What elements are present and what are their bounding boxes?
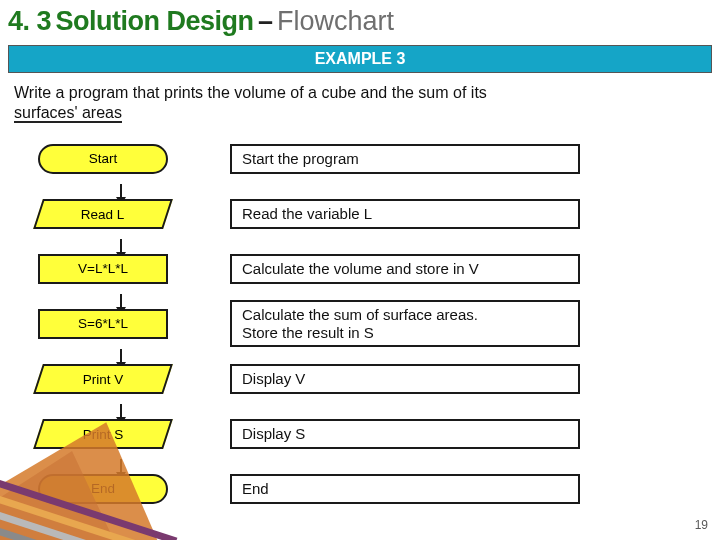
desc-box: Calculate the volume and store in V: [230, 254, 580, 284]
desc-text: Calculate the sum of surface areas.Store…: [242, 306, 568, 341]
page-number: 19: [695, 518, 708, 532]
flow-shape-col: Read L: [18, 199, 188, 229]
slide: 4. 3 Solution Design – Flowchart EXAMPLE…: [0, 0, 720, 540]
example-banner: EXAMPLE 3: [8, 45, 712, 73]
desc-col: Calculate the sum of surface areas.Store…: [230, 300, 580, 347]
desc-text: Read the variable L: [242, 205, 568, 222]
desc-col: Calculate the volume and store in V: [230, 254, 580, 284]
desc-box: Start the program: [230, 144, 580, 174]
step-row: Print V Display V: [18, 351, 720, 406]
prompt-line-2: surfaces' areas: [14, 104, 122, 123]
desc-col: Start the program: [230, 144, 580, 174]
flow-io: Print V: [33, 364, 173, 394]
flow-shape-col: End: [18, 474, 188, 504]
flow-io: Read L: [33, 199, 173, 229]
shape-label: Read L: [81, 206, 125, 221]
step-row: V=L*L*L Calculate the volume and store i…: [18, 241, 720, 296]
desc-text: Display S: [242, 425, 568, 442]
title-section: 4. 3: [8, 6, 51, 36]
shape-label: Start: [89, 151, 118, 166]
desc-box: Read the variable L: [230, 199, 580, 229]
title-green: Solution Design: [56, 6, 254, 36]
desc-col: Display V: [230, 364, 580, 394]
flow-terminator: End: [38, 474, 168, 504]
shape-label: Print S: [83, 426, 124, 441]
flow-shape-col: S=6*L*L: [18, 309, 188, 339]
flow-shape-col: Print V: [18, 364, 188, 394]
desc-col: Display S: [230, 419, 580, 449]
flow-shape-col: V=L*L*L: [18, 254, 188, 284]
prompt-line-1: Write a program that prints the volume o…: [14, 84, 487, 101]
desc-box: Display V: [230, 364, 580, 394]
flowchart-table: Start Start the program Read L Read the …: [0, 129, 720, 516]
desc-col: Read the variable L: [230, 199, 580, 229]
shape-label: S=6*L*L: [78, 316, 128, 331]
slide-title: 4. 3 Solution Design – Flowchart: [0, 0, 720, 41]
title-gray: Flowchart: [277, 6, 394, 36]
desc-text: Calculate the volume and store in V: [242, 260, 568, 277]
step-row: S=6*L*L Calculate the sum of surface are…: [18, 296, 720, 351]
desc-box: Calculate the sum of surface areas.Store…: [230, 300, 580, 347]
desc-box: Display S: [230, 419, 580, 449]
deco-stripe-icon: [0, 515, 177, 540]
problem-prompt: Write a program that prints the volume o…: [0, 73, 720, 129]
desc-text: Start the program: [242, 150, 568, 167]
title-dash: –: [258, 6, 273, 36]
banner-text: EXAMPLE 3: [315, 50, 406, 68]
step-row: Print S Display S: [18, 406, 720, 461]
shape-label: V=L*L*L: [78, 261, 128, 276]
shape-label: End: [91, 481, 115, 496]
step-row: Start Start the program: [18, 131, 720, 186]
flow-io: Print S: [33, 419, 173, 449]
step-row: End End: [18, 461, 720, 516]
shape-label: Print V: [83, 371, 124, 386]
desc-text: End: [242, 480, 568, 497]
flow-process: V=L*L*L: [38, 254, 168, 284]
desc-text: Display V: [242, 370, 568, 387]
step-row: Read L Read the variable L: [18, 186, 720, 241]
flow-shape-col: Print S: [18, 419, 188, 449]
desc-col: End: [230, 474, 580, 504]
flow-terminator: Start: [38, 144, 168, 174]
flow-process: S=6*L*L: [38, 309, 168, 339]
desc-box: End: [230, 474, 580, 504]
flow-shape-col: Start: [18, 144, 188, 174]
